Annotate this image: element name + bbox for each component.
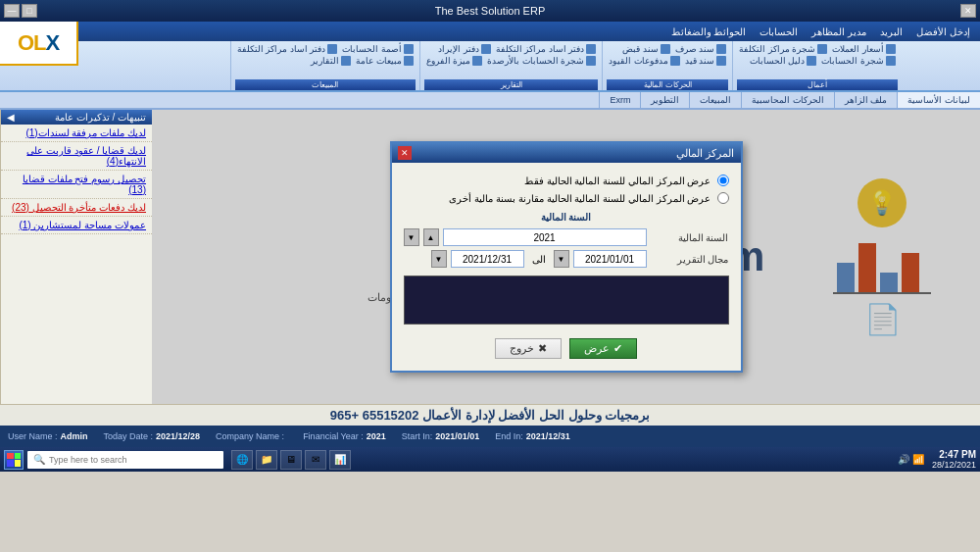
rib-btn-currency[interactable]: أسعار العملات — [830, 43, 898, 55]
rib-btn-budget-book[interactable]: دفتر الإيراد — [436, 43, 493, 55]
financial-year-input[interactable] — [443, 228, 647, 246]
start-button[interactable] — [4, 450, 24, 470]
rib-btn-spend[interactable]: سند صرف — [673, 43, 729, 55]
menu-item-accounts[interactable]: الحسابات — [754, 25, 804, 38]
ribbon: أسعار العملات شجرة مراكز التكلفة شجرة ال… — [0, 41, 980, 92]
app-title: The Best Solution ERP — [435, 5, 546, 17]
sidebar: تنبيهات / تذكيرات عامة ◀ لديك ملفات مرفق… — [0, 110, 152, 404]
clock-date: 28/12/2021 — [932, 460, 976, 470]
year-value: 2021 — [367, 431, 386, 441]
start-label: Start In: — [402, 431, 433, 441]
radio-label-1: عرض المركز المالي للسنة المالية الحالية … — [524, 176, 711, 186]
modal-titlebar: المركز المالي ✕ — [392, 143, 741, 163]
radio-group: عرض المركز المالي للسنة المالية الحالية … — [404, 175, 729, 204]
rib-btn-payments[interactable]: مدفوعات القيود — [607, 55, 682, 67]
radio-compare-year[interactable] — [717, 192, 729, 204]
company-status: Company Name : — [216, 431, 287, 441]
search-input[interactable] — [49, 455, 218, 465]
sidebar-header: تنبيهات / تذكيرات عامة ◀ — [1, 110, 152, 125]
modal-close-button[interactable]: ✕ — [398, 146, 412, 160]
nav-tabs: لبيانات الأساسية ملف الزاهر الحركات المح… — [0, 92, 980, 110]
radio-current-year[interactable] — [717, 175, 729, 186]
menu-bar: إدخل الأفضل البريد مدير المظاهر الحسابات… — [0, 22, 980, 41]
taskbar-app-mail[interactable]: ✉ — [305, 450, 326, 470]
rib-btn-cost-tree[interactable]: شجرة مراكز التكلفة — [737, 43, 829, 55]
nav-tab-dev[interactable]: التطوير — [640, 92, 689, 108]
date-value: 2021/12/28 — [156, 431, 200, 441]
taskbar-app-pc[interactable]: 🖥 — [280, 450, 302, 470]
taskbar-apps: 🌐 📁 🖥 ✉ 📊 — [231, 450, 351, 470]
taskbar-app-chart[interactable]: 📊 — [329, 450, 351, 470]
exit-btn-label: خروج — [510, 342, 534, 355]
date-range-row: مجال التقرير ▼ الى ▼ — [404, 250, 729, 268]
date-to-arrow[interactable]: ▼ — [431, 250, 447, 268]
date-status: Today Date : 2021/12/28 — [104, 431, 201, 441]
sidebar-item-4[interactable]: لديك دفعات متأخرة التحصيل (23) — [1, 199, 152, 217]
nav-tab-sales[interactable]: المبيعات — [689, 92, 741, 108]
title-bar-controls[interactable]: ✕ — [960, 4, 976, 18]
modal-overlay: المركز المالي ✕ عرض المركز المالي للسنة … — [152, 110, 980, 404]
exit-button[interactable]: ✖ خروج — [495, 338, 562, 359]
year-down-arrow[interactable]: ▼ — [404, 228, 419, 246]
date-to-input[interactable] — [451, 250, 524, 268]
search-icon: 🔍 — [33, 454, 45, 465]
rib-btn-reports[interactable]: التقارير — [309, 55, 353, 67]
close-btn[interactable]: ✕ — [960, 4, 976, 18]
rib-btn-acc-guide[interactable]: دليل الحسابات — [748, 55, 819, 67]
title-bar-left-controls[interactable]: — □ — [4, 4, 37, 18]
user-value: Admin — [61, 431, 88, 441]
menu-item-mail[interactable]: البريد — [874, 25, 908, 38]
view-button[interactable]: ✔ عرض — [569, 338, 637, 359]
company-label: Company Name : — [216, 431, 284, 441]
menu-item-manager[interactable]: مدير المظاهر — [806, 25, 872, 38]
nav-tab-basic[interactable]: لبيانات الأساسية — [897, 92, 980, 108]
modal-dark-area — [404, 276, 729, 325]
rib-btn-acc-statements[interactable]: أصمة الحسابات — [340, 43, 416, 55]
sidebar-item-2[interactable]: لديك قضايا / عقود قاربت على الانتهاء(4) — [1, 142, 152, 171]
ribbon-section-2: سند صرف سند قبض سند قيد مدفوعات القيود ا… — [602, 41, 732, 90]
minimize-btn[interactable]: — — [4, 4, 20, 18]
date-from-input[interactable] — [573, 250, 647, 268]
sidebar-item-1[interactable]: لديك ملفات مرفقة لسندات(1) — [1, 125, 152, 142]
clock-time: 2:47 PM — [932, 449, 976, 460]
nav-tab-exrm[interactable]: Exrm — [599, 92, 640, 108]
menu-item-walls[interactable]: الحوائط والضغائط — [665, 25, 753, 38]
rib-btn-acc-tree[interactable]: شجرة الحسابات — [819, 55, 898, 67]
date-from-arrow[interactable]: ▼ — [554, 250, 569, 268]
taskbar-app-browser[interactable]: 🌐 — [231, 450, 253, 470]
rib-btn-receive[interactable]: سند قبض — [620, 43, 672, 55]
taskbar-right: 🔊 📶 2:47 PM 28/12/2021 — [898, 449, 976, 470]
maximize-btn[interactable]: □ — [22, 4, 37, 18]
sidebar-item-3[interactable]: تحصيل رسوم فتح ملفات قضايا (13) — [1, 171, 152, 199]
rib-btn-cost-book[interactable]: دفتر اساد مراكز التكلفة — [494, 43, 599, 55]
rib-btn-sales-gen[interactable]: مبيعات عامة — [354, 55, 416, 67]
win-sq-2 — [15, 453, 22, 460]
end-value: 2021/12/31 — [526, 431, 570, 441]
sidebar-collapse-icon[interactable]: ◀ — [7, 112, 15, 123]
win-sq-1 — [7, 453, 14, 460]
taskbar-search-box[interactable]: 🔍 — [27, 451, 223, 469]
rib-btn-bond[interactable]: سند قيد — [683, 55, 729, 67]
start-value: 2021/01/01 — [435, 431, 479, 441]
modal-section-title: السنة المالية — [404, 212, 729, 223]
year-up-arrow[interactable]: ▲ — [423, 228, 439, 246]
menu-item-enter[interactable]: إدخل الأفضل — [910, 25, 976, 38]
nav-tab-flower[interactable]: ملف الزاهر — [834, 92, 898, 108]
financial-year-label: السنة المالية — [651, 232, 729, 243]
modal-buttons: ✔ عرض ✖ خروج — [404, 332, 729, 359]
nav-tab-accounting[interactable]: الحركات المحاسبية — [741, 92, 834, 108]
year-label: Financial Year : — [303, 431, 364, 441]
rib-btn-balance-branch[interactable]: ميزة الفروع — [424, 55, 485, 67]
rib-label-4: المبيعات — [235, 79, 416, 90]
promo-bar: برمجيات وحلول الحل الأفضل لإدارة الأعمال… — [0, 404, 980, 426]
end-label: End In: — [495, 431, 523, 441]
rib-btn-cost2[interactable]: دفتر اساد مراكز التكلفة — [235, 43, 340, 55]
taskbar-sys-icons: 🔊 📶 — [898, 454, 924, 465]
rib-btn-acc-balances[interactable]: شجرة الحسابات بالأرصدة — [485, 55, 598, 67]
sidebar-title: تنبيهات / تذكيرات عامة — [55, 112, 146, 123]
start-status: Start In: 2021/01/01 — [402, 431, 480, 441]
taskbar-app-folder[interactable]: 📁 — [256, 450, 277, 470]
sidebar-item-5[interactable]: عمولات مساحة لمستشارين (1) — [1, 217, 152, 234]
win-sq-3 — [7, 460, 14, 467]
date-separator: الى — [528, 254, 550, 265]
